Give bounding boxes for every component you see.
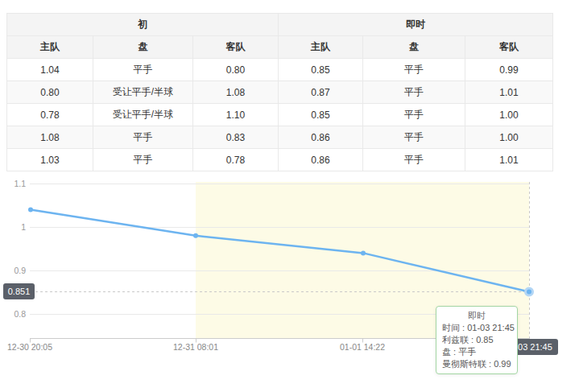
odds-movement-chart[interactable]: 1.1 1 0.9 0.8 0.851 12-30 20:05 12-31 08…: [0, 173, 579, 392]
table-row: 0.78 受让平手/半球 1.10 0.85 平手 1.00: [7, 104, 553, 126]
tooltip-home-odds-line: 利兹联 : 0.85: [442, 334, 511, 346]
section-header-live: 即时: [279, 14, 553, 36]
handicap-cell: 平手: [93, 126, 193, 149]
table-row: 1.03 平手 0.78 0.86 平手 1.01: [7, 149, 553, 171]
handicap-cell: 平手: [363, 126, 465, 149]
odds-cell: 1.04: [7, 59, 93, 81]
handicap-cell: 平手: [93, 59, 193, 81]
chart-tooltip: 即时 时间 : 01-03 21:45 利兹联 : 0.85 盘 : 平手 曼彻…: [436, 306, 518, 374]
odds-table: 初 即时 主队 盘 客队 主队 盘 客队 1.04 平手 0.80 0.85 平…: [6, 13, 553, 171]
table-row: 0.80 受让平手/半球 1.08 0.87 平手 1.01: [7, 81, 553, 104]
tooltip-away-odds-line: 曼彻斯特联 : 0.99: [442, 358, 511, 370]
tooltip-time-line: 时间 : 01-03 21:45: [442, 322, 511, 334]
data-point[interactable]: [526, 288, 533, 295]
table-row: 1.08 平手 0.83 0.86 平手 1.00: [7, 126, 553, 149]
odds-cell: 1.01: [465, 81, 553, 104]
col-header-home-initial: 主队: [7, 36, 93, 59]
current-value-badge: 0.851: [3, 283, 35, 299]
odds-cell: 0.99: [465, 59, 553, 81]
odds-cell: 1.08: [193, 81, 279, 104]
tooltip-title: 即时: [442, 310, 511, 322]
section-header-row: 初 即时: [7, 14, 553, 36]
data-point[interactable]: [361, 250, 366, 255]
odds-cell: 1.00: [465, 126, 553, 149]
col-header-away-initial: 客队: [193, 36, 279, 59]
data-point[interactable]: [28, 207, 33, 212]
handicap-cell: 受让平手/半球: [93, 81, 193, 104]
handicap-cell: 平手: [363, 104, 465, 126]
odds-cell: 0.86: [279, 149, 363, 171]
odds-cell: 0.86: [279, 126, 363, 149]
table-row: 1.04 平手 0.80 0.85 平手 0.99: [7, 59, 553, 81]
handicap-cell: 平手: [363, 149, 465, 171]
col-header-home-live: 主队: [279, 36, 363, 59]
y-axis-label: 0.8: [2, 308, 26, 320]
y-axis-label: 0.9: [2, 265, 26, 276]
odds-cell: 0.78: [193, 149, 279, 171]
odds-cell: 1.08: [7, 126, 93, 149]
odds-cell: 0.85: [279, 104, 363, 126]
handicap-cell: 受让平手/半球: [93, 104, 193, 126]
odds-cell: 0.87: [279, 81, 363, 104]
data-point[interactable]: [193, 233, 198, 238]
y-axis-label: 1: [2, 221, 26, 233]
y-axis-label: 1.1: [2, 178, 26, 189]
odds-cell: 1.01: [465, 149, 553, 171]
odds-cell: 1.00: [465, 104, 553, 126]
odds-cell: 0.83: [193, 126, 279, 149]
odds-cell: 1.03: [7, 149, 93, 171]
odds-cell: 0.80: [193, 59, 279, 81]
asian-handicap-odds-panel: 初 即时 主队 盘 客队 主队 盘 客队 1.04 平手 0.80 0.85 平…: [0, 0, 579, 392]
handicap-cell: 平手: [363, 59, 465, 81]
odds-cell: 0.85: [279, 59, 363, 81]
odds-cell: 0.78: [7, 104, 93, 126]
col-header-away-live: 客队: [465, 36, 553, 59]
odds-cell: 0.80: [7, 81, 93, 104]
handicap-cell: 平手: [363, 81, 465, 104]
odds-cell: 1.10: [193, 104, 279, 126]
tooltip-handicap-line: 盘 : 平手: [442, 346, 511, 358]
handicap-cell: 平手: [93, 149, 193, 171]
x-axis-label: 12-31 08:01: [159, 342, 232, 353]
section-header-initial: 初: [7, 14, 279, 36]
x-axis-label: 01-01 14:22: [326, 342, 399, 353]
col-header-handicap-live: 盘: [363, 36, 465, 59]
x-axis-label: 12-30 20:05: [0, 342, 66, 353]
column-header-row: 主队 盘 客队 主队 盘 客队: [7, 36, 553, 59]
col-header-handicap-initial: 盘: [93, 36, 193, 59]
